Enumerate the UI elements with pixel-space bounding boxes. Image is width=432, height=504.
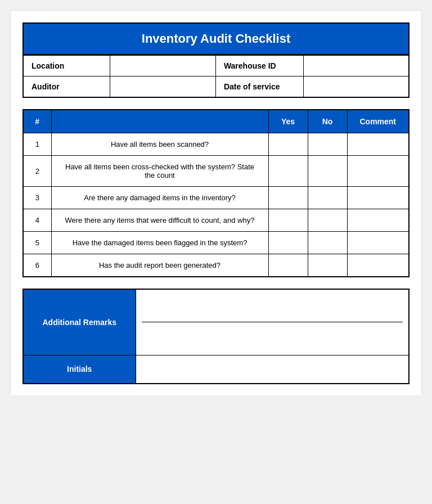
- row-num: 3: [23, 187, 51, 209]
- checklist-header-row: # Yes No Comment: [23, 110, 409, 133]
- row-num: 4: [23, 209, 51, 232]
- table-row: 5Have the damaged items been flagged in …: [23, 232, 409, 254]
- location-label: Location: [23, 56, 110, 76]
- row-num: 1: [23, 133, 51, 156]
- date-of-service-label: Date of service: [215, 76, 303, 98]
- row-question: Has the audit report been generated?: [51, 254, 268, 277]
- row-question: Have all items been cross-checked with t…: [51, 156, 268, 187]
- row-no[interactable]: [308, 254, 347, 277]
- row-comment[interactable]: [347, 232, 409, 254]
- row-num: 5: [23, 232, 51, 254]
- initials-label: Initials: [23, 356, 136, 384]
- row-no[interactable]: [308, 187, 347, 209]
- auditor-value[interactable]: [110, 76, 216, 98]
- page-container: Inventory Audit Checklist Location Wareh…: [11, 11, 421, 395]
- row-no[interactable]: [308, 232, 347, 254]
- row-comment[interactable]: [347, 156, 409, 187]
- remarks-line-1: [142, 295, 403, 322]
- row-question: Were there any items that were difficult…: [51, 209, 268, 232]
- warehouse-id-label: Warehouse ID: [215, 56, 303, 76]
- table-row: 3Are there any damaged items in the inve…: [23, 187, 409, 209]
- row-num: 6: [23, 254, 51, 277]
- additional-remarks-label: Additional Remarks: [23, 289, 136, 356]
- table-row: 2Have all items been cross-checked with …: [23, 156, 409, 187]
- info-row-1: Location Warehouse ID: [23, 56, 409, 76]
- initials-row: Initials: [23, 356, 409, 384]
- remarks-line-2: [142, 322, 403, 349]
- col-header-num: #: [23, 110, 51, 133]
- row-comment[interactable]: [347, 254, 409, 277]
- table-row: 4Were there any items that were difficul…: [23, 209, 409, 232]
- row-question: Are there any damaged items in the inven…: [51, 187, 268, 209]
- date-of-service-value[interactable]: [303, 76, 409, 98]
- row-yes[interactable]: [268, 133, 308, 156]
- row-yes[interactable]: [268, 187, 308, 209]
- col-header-no: No: [308, 110, 347, 133]
- info-table: Location Warehouse ID Auditor Date of se…: [22, 55, 410, 98]
- col-header-question: [51, 110, 268, 133]
- row-no[interactable]: [308, 156, 347, 187]
- row-yes[interactable]: [268, 156, 308, 187]
- table-row: 6Has the audit report been generated?: [23, 254, 409, 277]
- location-value[interactable]: [110, 56, 216, 76]
- row-no[interactable]: [308, 209, 347, 232]
- row-comment[interactable]: [347, 133, 409, 156]
- row-yes[interactable]: [268, 232, 308, 254]
- row-question: Have all items been scanned?: [51, 133, 268, 156]
- row-comment[interactable]: [347, 187, 409, 209]
- col-header-comment: Comment: [347, 110, 409, 133]
- checklist-table: # Yes No Comment 1Have all items been sc…: [22, 109, 410, 277]
- row-comment[interactable]: [347, 209, 409, 232]
- page-title: Inventory Audit Checklist: [22, 22, 410, 55]
- col-header-yes: Yes: [268, 110, 308, 133]
- remarks-row: Additional Remarks: [23, 289, 409, 356]
- row-yes[interactable]: [268, 254, 308, 277]
- warehouse-id-value[interactable]: [303, 56, 409, 76]
- row-no[interactable]: [308, 133, 347, 156]
- initials-value[interactable]: [136, 356, 409, 384]
- table-row: 1Have all items been scanned?: [23, 133, 409, 156]
- auditor-label: Auditor: [23, 76, 110, 98]
- additional-remarks-value[interactable]: [136, 289, 409, 356]
- bottom-table: Additional Remarks Initials: [22, 289, 410, 384]
- row-yes[interactable]: [268, 209, 308, 232]
- info-row-2: Auditor Date of service: [23, 76, 409, 98]
- row-question: Have the damaged items been flagged in t…: [51, 232, 268, 254]
- row-num: 2: [23, 156, 51, 187]
